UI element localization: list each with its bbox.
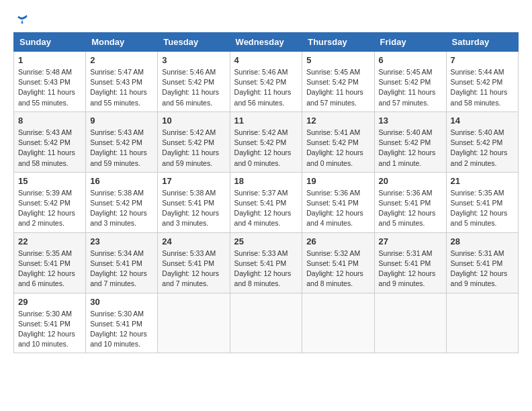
calendar-day-cell: 19 Sunrise: 5:36 AM Sunset: 5:41 PM Dayl…: [302, 172, 374, 232]
day-info: Sunrise: 5:34 AM Sunset: 5:41 PM Dayligh…: [90, 248, 153, 289]
calendar-day-cell: 11 Sunrise: 5:42 AM Sunset: 5:42 PM Dayl…: [230, 111, 302, 172]
day-info: Sunrise: 5:31 AM Sunset: 5:41 PM Dayligh…: [379, 248, 442, 289]
calendar-day-cell: [158, 293, 230, 353]
calendar-day-cell: 25 Sunrise: 5:33 AM Sunset: 5:41 PM Dayl…: [230, 232, 302, 293]
day-number: 23: [90, 236, 153, 246]
calendar-day-cell: 22 Sunrise: 5:35 AM Sunset: 5:41 PM Dayl…: [14, 232, 86, 293]
day-number: 14: [451, 116, 514, 126]
calendar-day-cell: [446, 293, 518, 353]
calendar-day-header: Friday: [374, 33, 446, 52]
day-info: Sunrise: 5:43 AM Sunset: 5:42 PM Dayligh…: [18, 128, 81, 169]
calendar-body: 1 Sunrise: 5:48 AM Sunset: 5:43 PM Dayli…: [14, 52, 519, 353]
calendar-day-cell: [230, 293, 302, 353]
day-info: Sunrise: 5:30 AM Sunset: 5:41 PM Dayligh…: [90, 309, 153, 350]
calendar-day-cell: 26 Sunrise: 5:32 AM Sunset: 5:41 PM Dayl…: [302, 232, 374, 293]
day-info: Sunrise: 5:33 AM Sunset: 5:41 PM Dayligh…: [162, 248, 225, 289]
day-info: Sunrise: 5:47 AM Sunset: 5:43 PM Dayligh…: [90, 67, 153, 108]
calendar-day-cell: 9 Sunrise: 5:43 AM Sunset: 5:42 PM Dayli…: [86, 111, 158, 172]
calendar-day-cell: 18 Sunrise: 5:37 AM Sunset: 5:41 PM Dayl…: [230, 172, 302, 232]
day-info: Sunrise: 5:35 AM Sunset: 5:41 PM Dayligh…: [451, 188, 514, 229]
day-info: Sunrise: 5:38 AM Sunset: 5:42 PM Dayligh…: [90, 188, 153, 229]
day-number: 19: [306, 176, 369, 186]
day-number: 20: [379, 176, 442, 186]
calendar-header-row: SundayMondayTuesdayWednesdayThursdayFrid…: [14, 33, 519, 52]
calendar-day-cell: 8 Sunrise: 5:43 AM Sunset: 5:42 PM Dayli…: [14, 111, 86, 172]
calendar-day-header: Monday: [86, 33, 158, 52]
day-number: 16: [90, 176, 153, 186]
day-info: Sunrise: 5:40 AM Sunset: 5:42 PM Dayligh…: [451, 128, 514, 169]
day-number: 11: [234, 116, 298, 126]
day-info: Sunrise: 5:36 AM Sunset: 5:41 PM Dayligh…: [379, 188, 442, 229]
logo-bird-icon: [16, 13, 28, 26]
day-number: 1: [18, 55, 81, 65]
calendar-day-cell: 2 Sunrise: 5:47 AM Sunset: 5:43 PM Dayli…: [86, 52, 158, 112]
calendar-day-cell: 6 Sunrise: 5:45 AM Sunset: 5:42 PM Dayli…: [374, 52, 446, 112]
day-number: 30: [90, 297, 153, 307]
day-number: 2: [90, 55, 153, 65]
day-info: Sunrise: 5:36 AM Sunset: 5:41 PM Dayligh…: [306, 188, 369, 229]
day-number: 29: [18, 297, 81, 307]
day-info: Sunrise: 5:31 AM Sunset: 5:41 PM Dayligh…: [451, 248, 514, 289]
day-number: 8: [18, 116, 81, 126]
calendar-day-cell: 7 Sunrise: 5:44 AM Sunset: 5:42 PM Dayli…: [446, 52, 518, 112]
calendar-day-cell: 12 Sunrise: 5:41 AM Sunset: 5:42 PM Dayl…: [302, 111, 374, 172]
day-info: Sunrise: 5:44 AM Sunset: 5:42 PM Dayligh…: [451, 67, 514, 108]
calendar-week-row: 22 Sunrise: 5:35 AM Sunset: 5:41 PM Dayl…: [14, 232, 519, 293]
calendar-day-header: Wednesday: [230, 33, 302, 52]
day-info: Sunrise: 5:46 AM Sunset: 5:42 PM Dayligh…: [162, 67, 225, 108]
calendar-day-header: Saturday: [446, 33, 518, 52]
day-number: 13: [379, 116, 442, 126]
day-number: 24: [162, 236, 225, 246]
calendar-day-cell: 29 Sunrise: 5:30 AM Sunset: 5:41 PM Dayl…: [14, 293, 86, 353]
day-number: 3: [162, 55, 225, 65]
page-header: [13, 13, 519, 26]
calendar-day-cell: 15 Sunrise: 5:39 AM Sunset: 5:42 PM Dayl…: [14, 172, 86, 232]
day-number: 27: [379, 236, 442, 246]
calendar-day-cell: 17 Sunrise: 5:38 AM Sunset: 5:41 PM Dayl…: [158, 172, 230, 232]
calendar-day-cell: 16 Sunrise: 5:38 AM Sunset: 5:42 PM Dayl…: [86, 172, 158, 232]
day-info: Sunrise: 5:41 AM Sunset: 5:42 PM Dayligh…: [306, 128, 369, 169]
calendar-week-row: 29 Sunrise: 5:30 AM Sunset: 5:41 PM Dayl…: [14, 293, 519, 353]
calendar-day-cell: 30 Sunrise: 5:30 AM Sunset: 5:41 PM Dayl…: [86, 293, 158, 353]
day-info: Sunrise: 5:48 AM Sunset: 5:43 PM Dayligh…: [18, 67, 81, 108]
calendar-day-cell: 1 Sunrise: 5:48 AM Sunset: 5:43 PM Dayli…: [14, 52, 86, 112]
day-number: 9: [90, 116, 153, 126]
day-info: Sunrise: 5:42 AM Sunset: 5:42 PM Dayligh…: [234, 128, 298, 169]
day-number: 21: [451, 176, 514, 186]
day-info: Sunrise: 5:42 AM Sunset: 5:42 PM Dayligh…: [162, 128, 225, 169]
calendar-day-cell: 4 Sunrise: 5:46 AM Sunset: 5:42 PM Dayli…: [230, 52, 302, 112]
calendar-day-cell: [302, 293, 374, 353]
calendar-day-header: Tuesday: [158, 33, 230, 52]
calendar-day-header: Sunday: [14, 33, 86, 52]
day-number: 6: [379, 55, 442, 65]
day-info: Sunrise: 5:43 AM Sunset: 5:42 PM Dayligh…: [90, 128, 153, 169]
calendar-day-cell: 21 Sunrise: 5:35 AM Sunset: 5:41 PM Dayl…: [446, 172, 518, 232]
day-number: 12: [306, 116, 369, 126]
day-number: 5: [306, 55, 369, 65]
calendar-day-cell: 10 Sunrise: 5:42 AM Sunset: 5:42 PM Dayl…: [158, 111, 230, 172]
day-number: 10: [162, 116, 225, 126]
day-info: Sunrise: 5:33 AM Sunset: 5:41 PM Dayligh…: [234, 248, 298, 289]
day-number: 18: [234, 176, 298, 186]
day-number: 26: [306, 236, 369, 246]
calendar-week-row: 1 Sunrise: 5:48 AM Sunset: 5:43 PM Dayli…: [14, 52, 519, 112]
day-info: Sunrise: 5:40 AM Sunset: 5:42 PM Dayligh…: [379, 128, 442, 169]
calendar-day-cell: 23 Sunrise: 5:34 AM Sunset: 5:41 PM Dayl…: [86, 232, 158, 293]
day-number: 15: [18, 176, 81, 186]
day-number: 25: [234, 236, 298, 246]
calendar-day-cell: 20 Sunrise: 5:36 AM Sunset: 5:41 PM Dayl…: [374, 172, 446, 232]
day-number: 28: [451, 236, 514, 246]
calendar-day-cell: 5 Sunrise: 5:45 AM Sunset: 5:42 PM Dayli…: [302, 52, 374, 112]
day-info: Sunrise: 5:46 AM Sunset: 5:42 PM Dayligh…: [234, 67, 298, 108]
calendar-table: SundayMondayTuesdayWednesdayThursdayFrid…: [13, 32, 519, 353]
calendar-day-cell: 24 Sunrise: 5:33 AM Sunset: 5:41 PM Dayl…: [158, 232, 230, 293]
calendar-day-header: Thursday: [302, 33, 374, 52]
day-info: Sunrise: 5:37 AM Sunset: 5:41 PM Dayligh…: [234, 188, 298, 229]
day-info: Sunrise: 5:45 AM Sunset: 5:42 PM Dayligh…: [379, 67, 442, 108]
day-info: Sunrise: 5:35 AM Sunset: 5:41 PM Dayligh…: [18, 248, 81, 289]
calendar-day-cell: 27 Sunrise: 5:31 AM Sunset: 5:41 PM Dayl…: [374, 232, 446, 293]
day-info: Sunrise: 5:32 AM Sunset: 5:41 PM Dayligh…: [306, 248, 369, 289]
calendar-day-cell: 28 Sunrise: 5:31 AM Sunset: 5:41 PM Dayl…: [446, 232, 518, 293]
day-number: 7: [451, 55, 514, 65]
day-info: Sunrise: 5:39 AM Sunset: 5:42 PM Dayligh…: [18, 188, 81, 229]
